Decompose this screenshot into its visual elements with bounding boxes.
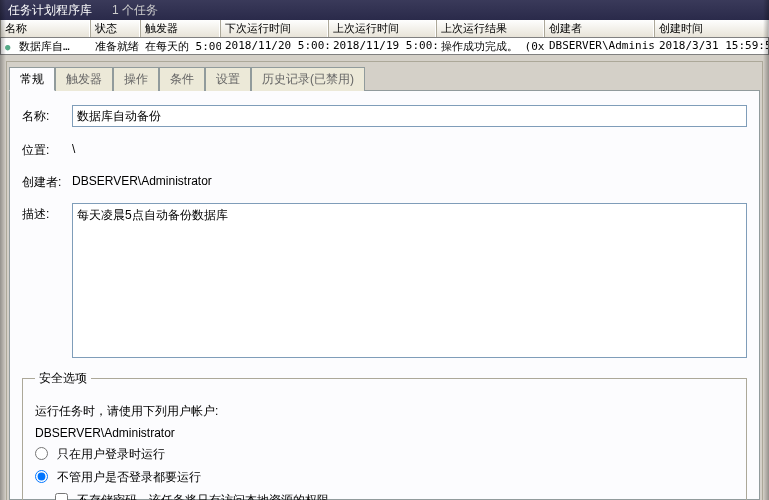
label-author: 创建者: — [22, 171, 72, 191]
window-title: 任务计划程序库 — [8, 2, 92, 19]
tab-history[interactable]: 历史记录(已禁用) — [251, 67, 365, 91]
security-legend: 安全选项 — [35, 370, 91, 387]
col-created[interactable]: 创建时间 — [654, 20, 769, 37]
row-trigger: 在每天的 5:00 — [141, 38, 221, 54]
tab-content-general: 名称: 位置: \ 创建者: DBSERVER\Administrator 描述… — [9, 90, 760, 500]
tab-settings[interactable]: 设置 — [205, 67, 251, 91]
name-input[interactable] — [72, 105, 747, 127]
label-name: 名称: — [22, 105, 72, 125]
label-description: 描述: — [22, 203, 72, 223]
radio-any-label[interactable]: 不管用户是否登录都要运行 — [35, 470, 201, 484]
tab-strip: 常规 触发器 操作 条件 设置 历史记录(已禁用) — [7, 62, 762, 90]
tab-triggers[interactable]: 触发器 — [55, 67, 113, 91]
task-status-icon — [5, 40, 19, 53]
col-last-result[interactable]: 上次运行结果 — [436, 20, 544, 37]
col-author[interactable]: 创建者 — [544, 20, 654, 37]
tab-actions[interactable]: 操作 — [113, 67, 159, 91]
row-next: 2018/11/20 5:00:00 — [221, 38, 329, 54]
properties-panel: 常规 触发器 操作 条件 设置 历史记录(已禁用) 名称: 位置: \ 创建者:… — [6, 61, 763, 500]
row-created: 2018/3/31 15:59:58 — [655, 38, 768, 54]
security-options-group: 安全选项 运行任务时，请使用下列用户帐户: DBSERVER\Administr… — [22, 370, 747, 500]
value-author: DBSERVER\Administrator — [72, 171, 747, 188]
task-count: 1 个任务 — [112, 2, 158, 19]
radio-logged-on-label[interactable]: 只在用户登录时运行 — [35, 447, 165, 461]
col-next-run[interactable]: 下次运行时间 — [220, 20, 328, 37]
col-last-run[interactable]: 上次运行时间 — [328, 20, 436, 37]
cb-nostore-label[interactable]: 不存储密码。该任务将只有访问本地资源的权限 — [55, 493, 329, 500]
label-location: 位置: — [22, 139, 72, 159]
tab-conditions[interactable]: 条件 — [159, 67, 205, 91]
task-list[interactable]: 数据库自… 准备就绪 在每天的 5:00 2018/11/20 5:00:00 … — [0, 38, 769, 55]
shadow-decor-right — [763, 0, 769, 500]
description-textarea[interactable]: 每天凌晨5点自动备份数据库 — [72, 203, 747, 358]
cb-nostore[interactable] — [55, 493, 68, 500]
account-value: DBSERVER\Administrator — [35, 426, 734, 440]
value-location: \ — [72, 139, 747, 156]
table-row[interactable]: 数据库自… 准备就绪 在每天的 5:00 2018/11/20 5:00:00 … — [1, 38, 768, 54]
row-author: DBSERVER\Administrator — [545, 38, 655, 54]
row-result: 操作成功完成。 (0x0) — [437, 38, 545, 54]
task-list-header: 名称 状态 触发器 下次运行时间 上次运行时间 上次运行结果 创建者 创建时间 — [0, 20, 769, 38]
col-trigger[interactable]: 触发器 — [140, 20, 220, 37]
col-status[interactable]: 状态 — [90, 20, 140, 37]
radio-any[interactable] — [35, 470, 48, 483]
title-bar: 任务计划程序库 1 个任务 — [0, 0, 769, 20]
tab-general[interactable]: 常规 — [9, 67, 55, 91]
account-label: 运行任务时，请使用下列用户帐户: — [35, 403, 734, 420]
row-status: 准备就绪 — [91, 38, 141, 54]
row-name: 数据库自… — [19, 40, 70, 53]
radio-logged-on[interactable] — [35, 447, 48, 460]
col-name[interactable]: 名称 — [0, 20, 90, 37]
row-last: 2018/11/19 5:00:00 — [329, 38, 437, 54]
